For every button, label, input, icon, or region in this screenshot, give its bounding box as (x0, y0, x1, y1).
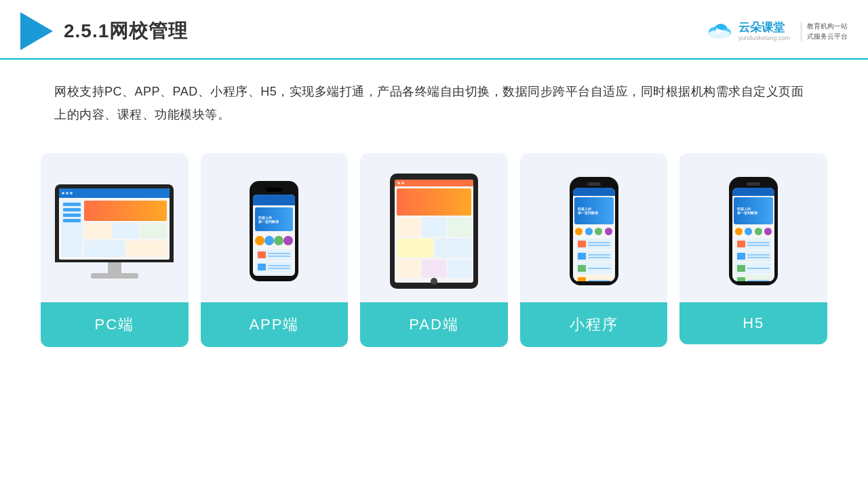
card-app-label: APP端 (201, 302, 349, 347)
card-pad-label: PAD端 (360, 302, 508, 347)
header-left: 2.5.1网校管理 (20, 12, 188, 50)
brand-url: yunduoketang.com (738, 35, 790, 41)
cards-container: PC端 职迹人的第一堂判断课 (0, 133, 868, 367)
description-text: 网校支持PC、APP、PAD、小程序、H5，实现多端打通，产品各终端自由切换，数… (0, 60, 868, 133)
card-pad: PAD端 (360, 153, 508, 347)
card-pc: PC端 (41, 153, 189, 347)
pc-monitor-icon (55, 184, 174, 279)
brand-slogan: 教育机构一站 式服务云平台 (801, 21, 848, 41)
card-h5-label: H5 (679, 302, 827, 344)
brand-text: 云朵课堂 yunduoketang.com (738, 21, 790, 41)
card-miniapp-image: 职迹人的第一堂判断课 (520, 153, 668, 302)
card-miniapp: 职迹人的第一堂判断课 (520, 153, 668, 347)
card-miniapp-label: 小程序 (520, 302, 668, 347)
logo-triangle-icon (20, 12, 53, 50)
cloud-logo-icon (706, 22, 733, 40)
phone-app-icon: 职迹人的第一堂判断课 (250, 181, 298, 281)
card-h5-image: 职迹人的第一堂判断课 (679, 153, 827, 302)
brand-logo: 云朵课堂 yunduoketang.com 教育机构一站 式服务云平台 (706, 21, 848, 41)
card-pc-label: PC端 (41, 302, 189, 347)
header: 2.5.1网校管理 云朵课堂 yunduoketang.com 教育机构一站 式… (0, 0, 868, 60)
tablet-pad-icon (390, 174, 478, 289)
card-pad-image (360, 153, 508, 302)
page-title: 2.5.1网校管理 (64, 18, 188, 44)
card-pc-image (41, 153, 189, 302)
card-app-image: 职迹人的第一堂判断课 (201, 153, 349, 302)
card-app: 职迹人的第一堂判断课 (201, 153, 349, 347)
card-h5: 职迹人的第一堂判断课 (679, 153, 827, 344)
brand-name: 云朵课堂 (738, 21, 790, 35)
phone-h5-icon: 职迹人的第一堂判断课 (729, 177, 778, 285)
phone-miniapp-icon: 职迹人的第一堂判断课 (570, 177, 618, 285)
